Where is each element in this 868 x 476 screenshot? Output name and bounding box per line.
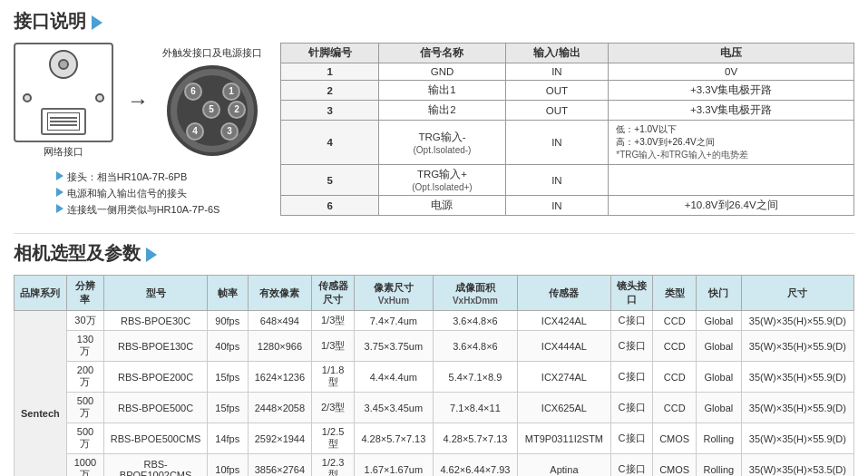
diagram-arrow: → [127,88,149,113]
col-pixel-size-header: 像素尺寸VxHum [354,276,433,311]
pin-signal-5: TRG输入+(Opt.Isolated+) [379,165,505,196]
interface-cell: C接口 [610,362,653,393]
pixels-cell: 2448×2058 [248,393,312,423]
camera-table-row: 130万RBS-BPOE130C40fps1280×9661/3型3.75×3.… [15,331,854,362]
type-cell: CCD [653,393,697,423]
pin-row-3: 3 输出2 OUT +3.3V集电极开路 [281,101,854,121]
pin-voltage-3: +3.3V集电极开路 [609,101,854,121]
camera-table-header-row: 品牌系列 分辨率 型号 帧率 有效像素 传感器尺寸 像素尺寸VxHum 成像面积… [15,276,854,311]
pin-signal-3: 输出2 [379,101,505,121]
network-port-box [41,108,86,135]
pin-col-header: 针脚编号 [281,44,379,63]
type-cell: CCD [653,311,697,331]
pixel-size-cell: 4.4×4.4um [354,362,433,393]
col-fps-header: 帧率 [208,276,248,311]
fps-cell: 14fps [208,423,248,454]
sensor-cell: ICX625AL [518,393,611,423]
pixels-cell: 1280×966 [248,331,312,362]
shutter-cell: Rolling [696,423,741,454]
pin-table: 针脚编号 信号名称 输入/输出 电压 1 GND IN 0V 2 [280,43,854,216]
pin-num-6: 6 [281,196,379,216]
dim-cell: 35(W)×35(H)×53.5(D) [741,454,853,477]
sensor-size-cell: 1/3型 [312,311,355,331]
sensor-size-cell: 1/3型 [312,331,355,362]
pin-voltage-6: +10.8V到26.4V之间 [609,196,854,216]
pixel-size-cell: 1.67×1.67um [354,454,433,477]
sensor-cell: ICX274AL [518,362,611,393]
img-area-cell: 3.6×4.8×6 [433,331,517,362]
interface-cell: C接口 [610,454,653,477]
camera-table: 品牌系列 分辨率 型号 帧率 有效像素 传感器尺寸 像素尺寸VxHum 成像面积… [14,275,854,476]
pin-num-1: 1 [281,63,379,81]
shutter-cell: Rolling [696,454,741,477]
pin-voltage-5 [609,165,854,196]
camera-title-arrow [146,248,157,262]
img-area-cell: 4.62×6.44×7.93 [433,454,517,477]
res-cell: 500万 [66,423,103,454]
pin-row-2: 2 输出1 OUT +3.3V集电极开路 [281,81,854,101]
res-cell: 1000万 [66,454,103,477]
pin-row-5: 5 TRG输入+(Opt.Isolated+) IN [281,165,854,196]
model-cell: RBS-BPOE1002CMS [104,454,208,477]
pin-num-5: 5 [281,165,379,196]
col-brand-header: 品牌系列 [15,276,67,311]
voltage-col-header: 电压 [609,44,854,63]
pin-io-2: OUT [505,81,609,101]
sensor-cell: MT9P0311I2STM [518,423,611,454]
type-cell: CMOS [653,454,697,477]
network-port-label: 网络接口 [44,145,83,159]
res-cell: 130万 [66,331,103,362]
camera-table-row: 200万RBS-BPOE200C15fps1624×12361/1.8型4.4×… [15,362,854,393]
col-dim-header: 尺寸 [741,276,853,311]
pin-io-6: IN [505,196,609,216]
interface-cell: C接口 [610,393,653,423]
col-pixel-header: 有效像素 [248,276,312,311]
bullet-note-1: 接头：相当HR10A-7R-6PB [56,170,220,184]
pin-io-5: IN [505,165,609,196]
col-interface-header: 镜头接口 [610,276,653,311]
camera-title-text: 相机选型及参数 [14,241,141,266]
camera-section-title: 相机选型及参数 [14,241,854,266]
dim-cell: 35(W)×35(H)×55.9(D) [741,423,853,454]
res-cell: 30万 [66,311,103,331]
pin-signal-2: 输出1 [379,81,505,101]
pin-signal-6: 电源 [379,196,505,216]
col-sensor-header: 传感器 [518,276,611,311]
pixels-cell: 3856×2764 [248,454,312,477]
pixel-size-cell: 3.75×3.75um [354,331,433,362]
sensor-cell: Aptina [518,454,611,477]
shutter-cell: Global [696,362,741,393]
sensor-size-cell: 2/3型 [312,393,355,423]
shutter-cell: Global [696,393,741,423]
img-area-cell: 4.28×5.7×7.13 [433,423,517,454]
interface-cell: C接口 [610,311,653,331]
shutter-cell: Global [696,331,741,362]
model-cell: RBS-BPOE500C [104,393,208,423]
pin-io-4: IN [505,121,609,165]
res-cell: 200万 [66,362,103,393]
pin-signal-1: GND [379,63,505,81]
brand-cell: Sentech [15,311,67,477]
camera-section: 相机选型及参数 品牌系列 分辨率 型号 帧率 有效像素 传感器尺寸 像素尺寸Vx… [14,233,854,476]
pin-voltage-1: 0V [609,63,854,81]
col-img-area-header: 成像面积VxHxDmm [433,276,517,311]
res-cell: 500万 [66,393,103,423]
col-sensor-size-header: 传感器尺寸 [312,276,355,311]
model-cell: RBS-BPOE130C [104,331,208,362]
dim-cell: 35(W)×35(H)×55.9(D) [741,331,853,362]
interface-cell: C接口 [610,423,653,454]
port-title-text: 接口说明 [14,9,86,34]
col-shutter-header: 快门 [696,276,741,311]
pin-row-6: 6 电源 IN +10.8V到26.4V之间 [281,196,854,216]
fps-cell: 90fps [208,311,248,331]
sensor-size-cell: 1/2.5型 [312,423,355,454]
col-res-header: 分辨率 [66,276,103,311]
fps-cell: 15fps [208,393,248,423]
camera-table-row: 500万RBS-BPOE500C15fps2448×20582/3型3.45×3… [15,393,854,423]
shutter-cell: Global [696,311,741,331]
pixels-cell: 648×494 [248,311,312,331]
camera-box [14,43,113,142]
fps-cell: 10fps [208,454,248,477]
sensor-cell: ICX444AL [518,331,611,362]
camera-table-row: 500万RBS-BPOE500CMS14fps2592×19441/2.5型4.… [15,423,854,454]
